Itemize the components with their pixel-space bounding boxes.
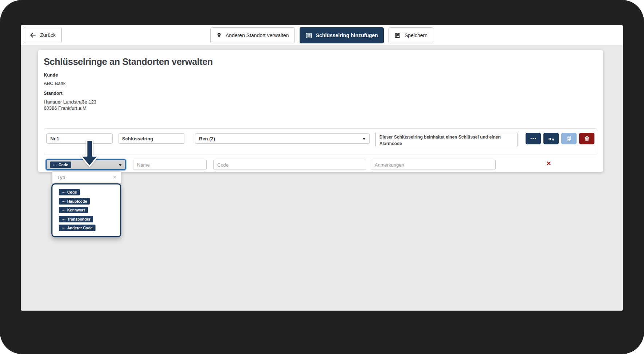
keyring-note-textarea[interactable]: Dieser Schlüsselring beinhaltet einen Sc…	[375, 132, 518, 147]
code-name-input[interactable]	[133, 160, 207, 170]
back-button-label: Zurück	[40, 32, 56, 38]
manage-location-button[interactable]: Anderen Standort verwalten	[210, 27, 295, 43]
code-type-badge: ⋯ Code	[50, 162, 71, 168]
type-option-label: Code	[67, 190, 77, 194]
type-option-label: Kennwort	[67, 208, 85, 212]
toolbar-center-group: Anderen Standort verwalten Schlüsselring…	[210, 27, 433, 43]
ellipsis-icon	[530, 136, 537, 141]
trash-icon	[584, 135, 590, 142]
add-keyring-button[interactable]: Schlüsselring hinzufügen	[300, 27, 384, 43]
type-option-kennwort[interactable]: ⋯Kennwort	[59, 206, 120, 213]
copy-button[interactable]	[561, 133, 577, 144]
code-row: ⋯ Code ✕	[38, 159, 603, 170]
ellipsis-badge-icon: ⋯	[62, 190, 66, 194]
type-dropdown-options-panel: ⋯Code ⋯Hauptcode ⋯Kennwort ⋯Transponder …	[51, 183, 121, 237]
type-option-anderer-code[interactable]: ⋯Anderer Code	[59, 224, 120, 231]
page-title: Schlüsselringe an Standorten verwalten	[44, 57, 213, 67]
list-icon	[305, 32, 312, 39]
screenshot-stage: Zurück Anderen Standort verwalten Schlüs…	[0, 0, 644, 354]
type-option-label: Anderer Code	[67, 226, 93, 230]
delete-button[interactable]	[579, 133, 594, 144]
key-button[interactable]	[543, 133, 559, 144]
location-address-line1: Hanauer Landstraße 123	[44, 99, 97, 105]
chevron-down-icon	[363, 138, 366, 141]
map-pin-icon	[216, 32, 222, 39]
more-options-button[interactable]	[526, 133, 541, 144]
add-keyring-label: Schlüsselring hinzufügen	[316, 32, 378, 38]
toolbar: Zurück Anderen Standort verwalten Schlüs…	[21, 25, 623, 46]
code-type-badge-label: Code	[59, 163, 68, 167]
manage-location-label: Anderen Standort verwalten	[226, 32, 289, 38]
copy-icon	[566, 135, 572, 142]
type-dropdown-search[interactable]: Typ ✕	[52, 171, 121, 183]
key-icon	[548, 135, 555, 142]
ellipsis-badge-icon: ⋯	[53, 163, 57, 167]
keyring-row-panel: Ben (2) Dieser Schlüsselring beinhaltet …	[44, 128, 597, 155]
keyring-name-input[interactable]	[118, 133, 184, 144]
code-value-input[interactable]	[213, 160, 366, 170]
keyring-number-input[interactable]	[46, 133, 113, 144]
keyring-user-select[interactable]: Ben (2)	[195, 133, 370, 144]
back-button[interactable]: Zurück	[24, 27, 62, 43]
keyring-user-select-value: Ben (2)	[199, 136, 215, 141]
location-label: Standort	[44, 91, 62, 96]
customer-value: ABC Bank	[44, 80, 66, 86]
location-address-line2: 60386 Frankfurt a.M	[44, 105, 86, 111]
save-floppy-icon	[394, 32, 401, 39]
arrow-left-icon	[30, 32, 36, 39]
type-option-code[interactable]: ⋯Code	[59, 188, 120, 195]
remove-row-button[interactable]: ✕	[546, 161, 551, 167]
ellipsis-badge-icon: ⋯	[62, 226, 66, 230]
type-option-hauptcode[interactable]: ⋯Hauptcode	[59, 198, 120, 205]
code-notes-input[interactable]	[371, 160, 496, 170]
ellipsis-badge-icon: ⋯	[62, 199, 66, 203]
code-type-select[interactable]: ⋯ Code	[46, 159, 126, 170]
chevron-down-icon	[119, 164, 122, 168]
type-option-label: Transponder	[67, 217, 91, 221]
clear-icon[interactable]: ✕	[113, 175, 116, 180]
customer-label: Kunde	[44, 73, 58, 78]
app-window: Zurück Anderen Standort verwalten Schlüs…	[21, 25, 623, 311]
type-dropdown-search-value: Typ	[57, 175, 65, 180]
save-button-label: Speichern	[405, 32, 428, 38]
type-option-label: Hauptcode	[67, 199, 87, 203]
keyring-card: Schlüsselringe an Standorten verwalten K…	[38, 50, 603, 172]
type-option-transponder[interactable]: ⋯Transponder	[59, 215, 120, 222]
save-button[interactable]: Speichern	[389, 27, 433, 43]
ellipsis-badge-icon: ⋯	[62, 208, 66, 212]
ellipsis-badge-icon: ⋯	[62, 217, 66, 221]
